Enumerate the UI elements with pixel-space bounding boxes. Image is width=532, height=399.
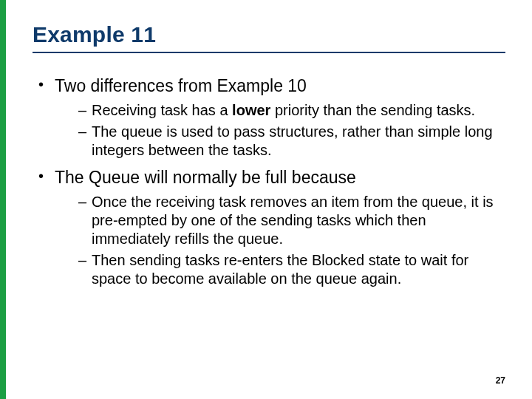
bullet-item: Two differences from Example 10 Receivin… <box>37 75 505 160</box>
slide-title: Example 11 <box>33 22 505 47</box>
sub-text-prefix: The queue is used to pass structures, ra… <box>92 123 493 158</box>
page-number: 27 <box>496 375 505 386</box>
bullet-text: The Queue will normally be full because <box>55 168 356 187</box>
sub-text-prefix: Once the receiving task removes an item … <box>92 194 494 247</box>
sub-text-bold: lower <box>232 102 270 118</box>
sub-item: Then sending tasks re-enters the Blocked… <box>78 251 505 288</box>
sub-text-prefix: Then sending tasks re-enters the Blocked… <box>92 252 468 287</box>
bullet-list: Two differences from Example 10 Receivin… <box>37 75 505 288</box>
sub-text-suffix: priority than the sending tasks. <box>270 102 475 118</box>
sub-item: The queue is used to pass structures, ra… <box>78 123 505 160</box>
sub-list: Once the receiving task removes an item … <box>78 193 505 288</box>
sub-item: Receiving task has a lower priority than… <box>78 101 505 120</box>
sub-text-prefix: Receiving task has a <box>92 102 232 118</box>
title-underline <box>33 52 505 53</box>
bullet-item: The Queue will normally be full because … <box>37 167 505 288</box>
sub-list: Receiving task has a lower priority than… <box>78 101 505 160</box>
slide: Example 11 Two differences from Example … <box>0 0 532 399</box>
bullet-text: Two differences from Example 10 <box>55 76 307 95</box>
sub-item: Once the receiving task removes an item … <box>78 193 505 248</box>
